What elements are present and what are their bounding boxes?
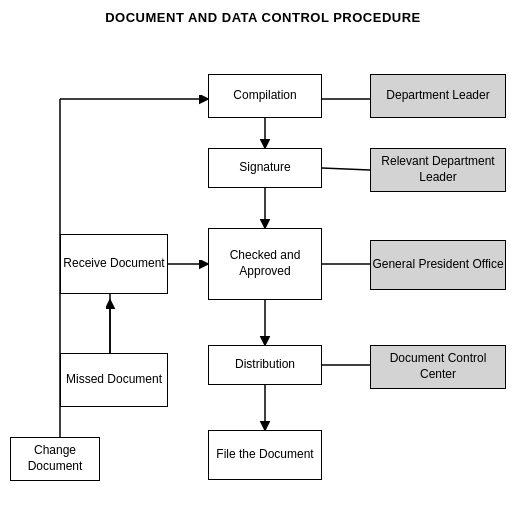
- file-document-box: File the Document: [208, 430, 322, 480]
- change-document-box: Change Document: [10, 437, 100, 481]
- checked-approved-box: Checked and Approved: [208, 228, 322, 300]
- distribution-box: Distribution: [208, 345, 322, 385]
- missed-document-box: Missed Document: [60, 353, 168, 407]
- page-title: DOCUMENT AND DATA CONTROL PROCEDURE: [0, 0, 526, 25]
- receive-document-box: Receive Document: [60, 234, 168, 294]
- compilation-box: Compilation: [208, 74, 322, 118]
- doc-control-center-box: Document Control Center: [370, 345, 506, 389]
- relevant-dept-leader-box: Relevant Department Leader: [370, 148, 506, 192]
- diagram-container: DOCUMENT AND DATA CONTROL PROCEDURE: [0, 0, 526, 515]
- signature-box: Signature: [208, 148, 322, 188]
- dept-leader-box: Department Leader: [370, 74, 506, 118]
- gen-president-office-box: General President Office: [370, 240, 506, 290]
- svg-line-13: [322, 168, 370, 170]
